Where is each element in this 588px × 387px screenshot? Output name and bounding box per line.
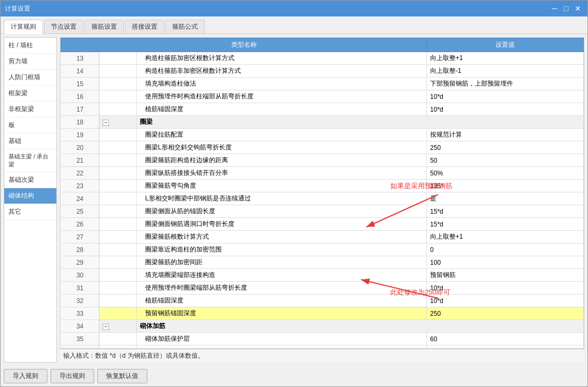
- sidebar: 柱 / 墙柱 剪力墙 人防门框墙 框架梁 非框架梁 板 基础 基础主梁 / 承台…: [4, 37, 57, 363]
- row-number: 21: [61, 154, 99, 167]
- row-value[interactable]: 向上取整+1: [427, 52, 584, 65]
- table-row[interactable]: 13构造柱箍筋加密区根数计算方式向上取整+1: [61, 52, 584, 65]
- row-value[interactable]: 200: [427, 346, 584, 349]
- table-row[interactable]: 27圈梁箍筋根数计算方式向上取整+1: [61, 231, 584, 243]
- table-row[interactable]: 34−砌体加筋: [61, 320, 584, 333]
- row-value[interactable]: 15*d: [427, 205, 584, 218]
- row-name: 使用预埋件时圈梁端部从筋弯折长度: [136, 282, 426, 295]
- settings-table-container[interactable]: 类型名称 设置值 13构造柱箍筋加密区根数计算方式向上取整+114构造柱箍筋非加…: [60, 37, 584, 349]
- table-row[interactable]: 24L形相交时圈梁中部钢筋是否连续通过是: [61, 192, 584, 205]
- row-number: 35: [61, 333, 99, 346]
- row-value[interactable]: 向上取整+1: [427, 231, 584, 243]
- row-value[interactable]: 10*d: [427, 90, 584, 103]
- row-number: 13: [61, 52, 99, 65]
- table-row[interactable]: 14构造柱箍筋非加密区根数计算方式向上取整-1: [61, 65, 584, 78]
- row-name: 圈梁箍筋弯勾角度: [136, 180, 426, 192]
- row-name: 砌体加筋保护层: [136, 333, 426, 346]
- tab-bar: 计算规则 节点设置 箍筋设置 搭接设置 箍筋公式: [1, 16, 587, 34]
- table-row[interactable]: 26圈梁侧面钢筋遇洞口时弯折长度15*d: [61, 218, 584, 231]
- row-value[interactable]: 60: [427, 333, 584, 346]
- restore-button[interactable]: 恢复默认值: [97, 369, 147, 383]
- row-value[interactable]: 250: [427, 141, 584, 154]
- table-row[interactable]: 32植筋锚固深度10*d: [61, 295, 584, 307]
- table-row[interactable]: 18−圈梁: [61, 116, 584, 129]
- table-row[interactable]: 23圈梁箍筋弯勾角度135°: [61, 180, 584, 192]
- tab-calc-rules[interactable]: 计算规则: [4, 20, 43, 34]
- row-value[interactable]: 按规范计算: [427, 129, 584, 141]
- row-value[interactable]: 10*d: [427, 103, 584, 116]
- row-value[interactable]: 是: [427, 192, 584, 205]
- table-row[interactable]: 29圈梁箍筋的加密间距100: [61, 256, 584, 269]
- row-name: 圈梁箍筋的加密间距: [136, 256, 426, 269]
- section-name: 圈梁: [136, 116, 583, 129]
- row-value[interactable]: 向上取整-1: [427, 65, 584, 78]
- table-row[interactable]: 22圈梁纵筋搭接接头错开百分率50%: [61, 167, 584, 180]
- sidebar-item-slab[interactable]: 板: [4, 117, 56, 133]
- table-row[interactable]: 36砌体加筋锚固长度200: [61, 346, 584, 349]
- table-row[interactable]: 25圈梁侧面从筋的锚固长度15*d: [61, 205, 584, 218]
- row-number: 14: [61, 65, 99, 78]
- table-row[interactable]: 35砌体加筋保护层60: [61, 333, 584, 346]
- row-number: 17: [61, 103, 99, 116]
- sidebar-item-masonry[interactable]: 砌体结构: [4, 188, 56, 204]
- content-area: 柱 / 墙柱 剪力墙 人防门框墙 框架梁 非框架梁 板 基础 基础主梁 / 承台…: [1, 34, 587, 366]
- row-name: 圈梁拉筋配置: [136, 129, 426, 141]
- row-number: 26: [61, 218, 99, 231]
- minimize-button[interactable]: ─: [549, 3, 560, 14]
- row-value[interactable]: 250: [427, 307, 584, 320]
- row-value[interactable]: 135°: [427, 180, 584, 192]
- section-name: 砌体加筋: [136, 320, 583, 333]
- sidebar-item-foundation-beam[interactable]: 基础主梁 / 承台梁: [4, 149, 56, 172]
- row-value[interactable]: 10*d: [427, 282, 584, 295]
- sidebar-item-foundation[interactable]: 基础: [4, 133, 56, 149]
- row-value[interactable]: 100: [427, 256, 584, 269]
- tab-stirrup-settings[interactable]: 箍筋设置: [85, 20, 124, 33]
- row-number: 20: [61, 141, 99, 154]
- collapse-icon[interactable]: −: [103, 120, 109, 126]
- sidebar-item-others[interactable]: 其它: [4, 204, 56, 220]
- collapse-icon[interactable]: −: [103, 324, 109, 330]
- export-button[interactable]: 导出规则: [51, 369, 94, 383]
- table-row[interactable]: 21圈梁箍筋距构造柱边缘的距离50: [61, 154, 584, 167]
- row-value[interactable]: 15*d: [427, 218, 584, 231]
- table-row[interactable]: 20圈梁L形相交斜交钩筋弯折长度250: [61, 141, 584, 154]
- row-name: 圈梁箍筋根数计算方式: [136, 231, 426, 243]
- tab-lap-settings[interactable]: 搭接设置: [125, 20, 164, 33]
- close-button[interactable]: ✕: [573, 3, 583, 14]
- sidebar-item-secondary-beam[interactable]: 基础次梁: [4, 172, 56, 188]
- table-row[interactable]: 16使用预埋件时构造柱端部从筋弯折长度10*d: [61, 90, 584, 103]
- row-value[interactable]: 50: [427, 154, 584, 167]
- row-name: 植筋锚固深度: [136, 103, 426, 116]
- sidebar-item-shear-wall[interactable]: 剪力墙: [4, 54, 56, 70]
- sidebar-item-frame-beam[interactable]: 框架梁: [4, 86, 56, 102]
- table-row[interactable]: 15填充墙构造柱做法下部预留钢筋，上部预留埋件: [61, 78, 584, 90]
- tab-node-settings[interactable]: 节点设置: [44, 20, 83, 33]
- row-value[interactable]: 0: [427, 243, 584, 256]
- row-value[interactable]: 下部预留钢筋，上部预留埋件: [427, 78, 584, 90]
- row-name: 圈梁L形相交斜交钩筋弯折长度: [136, 141, 426, 154]
- table-row[interactable]: 31使用预埋件时圈梁端部从筋弯折长度10*d: [61, 282, 584, 295]
- row-name: 填充墙圈梁端部连接构造: [136, 269, 426, 282]
- row-number: 25: [61, 205, 99, 218]
- import-button[interactable]: 导入规则: [4, 369, 47, 383]
- sidebar-item-non-frame-beam[interactable]: 非框架梁: [4, 102, 56, 117]
- table-row[interactable]: 17植筋锚固深度10*d: [61, 103, 584, 116]
- sidebar-item-col-wall[interactable]: 柱 / 墙柱: [4, 38, 56, 54]
- tab-stirrup-formula[interactable]: 箍筋公式: [165, 20, 205, 33]
- table-row[interactable]: 19圈梁拉筋配置按规范计算: [61, 129, 584, 141]
- row-value[interactable]: 10*d: [427, 295, 584, 307]
- row-name: 预留钢筋锚固深度: [136, 307, 426, 320]
- row-name: 构造柱箍筋非加密区根数计算方式: [136, 65, 426, 78]
- row-number: 22: [61, 167, 99, 180]
- row-number: 19: [61, 129, 99, 141]
- row-name: 圈梁箍筋距构造柱边缘的距离: [136, 154, 426, 167]
- maximize-button[interactable]: □: [561, 3, 572, 14]
- table-row[interactable]: 33预留钢筋锚固深度250: [61, 307, 584, 320]
- table-row[interactable]: 30填充墙圈梁端部连接构造预留钢筋: [61, 269, 584, 282]
- row-number: 33: [61, 307, 99, 320]
- sidebar-item-air-defense[interactable]: 人防门框墙: [4, 70, 56, 86]
- row-value[interactable]: 预留钢筋: [427, 269, 584, 282]
- row-value[interactable]: 50%: [427, 167, 584, 180]
- table-row[interactable]: 28圈梁靠近构造柱的加密范围0: [61, 243, 584, 256]
- row-name: 填充墙构造柱做法: [136, 78, 426, 90]
